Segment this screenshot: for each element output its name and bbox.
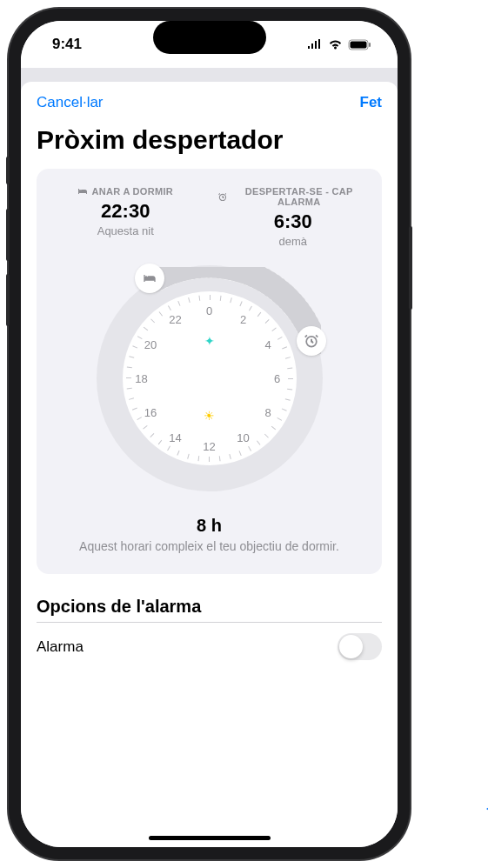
- wake-col: DESPERTAR-SE - CAP ALARMA 6:30 demà: [218, 186, 369, 248]
- dial-tick: [132, 345, 137, 348]
- dial-tick: [271, 426, 275, 430]
- dial-tick: [281, 408, 286, 411]
- dial-tick: [288, 378, 293, 379]
- dial-tick: [131, 408, 137, 411]
- dial-hour: 8: [264, 406, 271, 419]
- dial-tick: [264, 319, 269, 324]
- bedtime-label-text: ANAR A DORMIR: [91, 186, 173, 197]
- bedtime-label: ANAR A DORMIR: [50, 186, 201, 197]
- wake-label: DESPERTAR-SE - CAP ALARMA: [218, 186, 369, 207]
- done-button[interactable]: Fet: [360, 94, 383, 111]
- phone-frame: 9:41 Cancel·lar Fet Pròxim despertador: [9, 9, 410, 859]
- dial-tick: [219, 296, 221, 301]
- dial-tick: [277, 337, 282, 340]
- dial-tick: [257, 312, 260, 317]
- dial-tick: [287, 367, 292, 369]
- dial-tick: [143, 425, 147, 429]
- dial-hour: 22: [169, 313, 181, 326]
- alarm-label: Alarma: [37, 638, 84, 656]
- dial-tick: [129, 356, 134, 358]
- dial-tick: [287, 389, 292, 391]
- nav-bar: Cancel·lar Fet: [37, 82, 382, 120]
- dial-hour: 10: [237, 431, 249, 444]
- dial-tick: [238, 451, 241, 456]
- bedtime-handle[interactable]: [135, 264, 164, 293]
- dial-tick: [177, 301, 180, 306]
- dial-tick: [210, 295, 211, 300]
- dial-hour: 0: [206, 304, 212, 317]
- home-indicator[interactable]: [149, 836, 271, 840]
- volume-up: [6, 209, 10, 261]
- dial-tick: [249, 306, 252, 311]
- dial-tick: [187, 454, 190, 459]
- dial-tick: [218, 456, 220, 461]
- wake-handle[interactable]: [297, 326, 326, 356]
- sun-icon: ☀: [204, 409, 215, 423]
- bedtime-col: ANAR A DORMIR 22:30 Aquesta nit: [50, 186, 201, 248]
- dial-tick: [248, 446, 251, 451]
- dynamic-island: [153, 21, 266, 54]
- dial-tick: [150, 318, 155, 323]
- dial-tick: [137, 336, 142, 339]
- alarm-icon: [218, 192, 227, 202]
- dial-tick: [264, 434, 268, 438]
- wake-sub: demà: [218, 235, 369, 248]
- dial-tick: [158, 311, 162, 316]
- dial-tick: [282, 346, 287, 349]
- silent-switch: [6, 157, 10, 184]
- dial-hour: 16: [144, 406, 157, 419]
- times-row: ANAR A DORMIR 22:30 Aquesta nit DESPERTA…: [50, 186, 368, 248]
- summary: 8 h Aquest horari compleix el teu object…: [50, 516, 368, 553]
- dial-tick: [277, 417, 282, 421]
- wifi-icon: [328, 39, 343, 50]
- options-header: Opcions de l'alarma: [37, 597, 382, 617]
- sleep-dial[interactable]: 0246810121416182022 ✦ ☀: [97, 265, 323, 491]
- sleep-card: ANAR A DORMIR 22:30 Aquesta nit DESPERTA…: [37, 169, 382, 574]
- dial-hour: 18: [135, 372, 147, 385]
- wake-label-text: DESPERTAR-SE - CAP ALARMA: [230, 186, 368, 207]
- dial-hour: 12: [203, 440, 215, 453]
- page-title: Pròxim despertador: [37, 120, 382, 169]
- dial-tick: [143, 327, 147, 331]
- dial-tick: [256, 440, 259, 444]
- dial-tick: [129, 397, 134, 400]
- status-time: 9:41: [52, 36, 82, 53]
- dial-numbers: 0246810121416182022: [123, 291, 297, 465]
- wake-value: 6:30: [218, 210, 369, 233]
- cancel-button[interactable]: Cancel·lar: [37, 94, 104, 111]
- dial-hour: 2: [240, 313, 246, 326]
- svg-rect-2: [369, 43, 371, 47]
- dial-tick: [126, 377, 131, 378]
- dial-hour: 6: [274, 372, 280, 385]
- sparkle-icon: ✦: [204, 334, 215, 348]
- bed-icon: [77, 187, 88, 196]
- dial-tick: [198, 296, 200, 301]
- dial-face: 0246810121416182022 ✦ ☀: [123, 291, 297, 465]
- modal-sheet: Cancel·lar Fet Pròxim despertador ANAR A…: [21, 82, 398, 847]
- dial-tick: [209, 457, 210, 462]
- dial-tick: [271, 328, 276, 331]
- summary-hours: 8 h: [50, 516, 368, 536]
- svg-rect-1: [351, 41, 367, 48]
- sleep-dial-wrap: 0246810121416182022 ✦ ☀: [50, 265, 368, 491]
- dial-tick: [229, 454, 231, 459]
- dial-tick: [167, 445, 170, 451]
- dial-tick: [137, 417, 142, 420]
- dial-tick: [197, 456, 199, 461]
- summary-text: Aquest horari compleix el teu objectiu d…: [50, 539, 368, 553]
- dial-tick: [284, 357, 290, 359]
- power-button: [409, 226, 412, 310]
- dial-hour: 4: [264, 338, 271, 351]
- cellular-icon: [307, 39, 323, 50]
- alarm-toggle[interactable]: [338, 633, 382, 660]
- status-icons: [307, 39, 371, 50]
- battery-icon: [348, 39, 371, 50]
- dial-tick: [230, 297, 232, 303]
- dial-hour: 14: [169, 431, 181, 444]
- dial-tick: [157, 440, 161, 444]
- dial-tick: [188, 297, 191, 303]
- bedtime-value: 22:30: [50, 200, 201, 223]
- dial-tick: [126, 388, 131, 390]
- dial-tick: [150, 433, 154, 437]
- dial-hour: 20: [144, 338, 157, 351]
